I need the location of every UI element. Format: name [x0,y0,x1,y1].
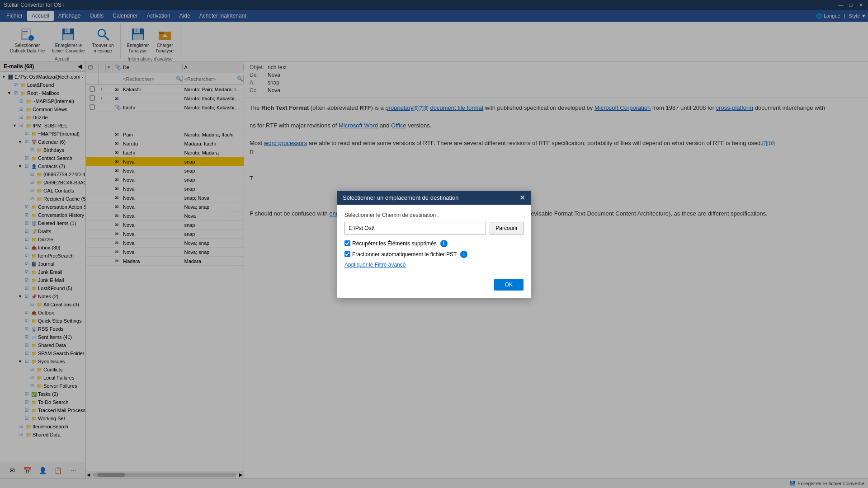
modal-dialog: Sélectionner un emplacement de destinati… [337,190,531,298]
modal-checkbox-row: Récupérer les Éléments supprimés i Fract… [344,240,524,258]
modal-checkbox2-label: Fractionner automatiquement le fichier P… [352,251,457,258]
modal-checkbox2-group: Fractionner automatiquement le fichier P… [344,251,457,258]
modal-path-input[interactable] [344,222,486,235]
modal-overlay[interactable]: Sélectionner un emplacement de destinati… [0,0,868,488]
modal-checkbox1-group: Récupérer les Éléments supprimés [344,240,437,247]
modal-title: Sélectionner un emplacement de destinati… [343,194,459,201]
modal-advanced-filter-link[interactable]: Appliquer le Filtre avancé [344,262,406,268]
modal-info-icon2[interactable]: i [460,251,467,258]
modal-title-bar: Sélectionner un emplacement de destinati… [337,191,531,205]
modal-input-row: Parcourir [344,222,524,235]
modal-path-label: Sélectionner le Chemin de destination : [344,212,524,218]
modal-browse-button[interactable]: Parcourir [490,222,524,235]
modal-footer: OK [337,275,531,298]
modal-checkbox2[interactable] [344,251,350,257]
modal-checkbox1-label: Récupérer les Éléments supprimés [352,240,437,247]
modal-close-button[interactable]: ✕ [519,193,525,202]
modal-ok-button[interactable]: OK [494,279,524,291]
modal-checkbox1[interactable] [344,240,350,246]
modal-body: Sélectionner le Chemin de destination : … [337,205,531,275]
modal-info-icon1[interactable]: i [440,240,448,247]
